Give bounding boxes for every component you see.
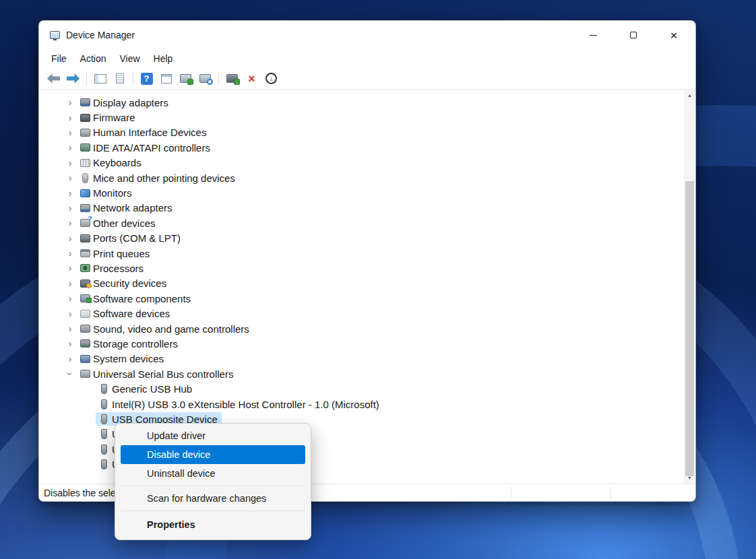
- tree-item[interactable]: ›IDE ATA/ATAPI controllers: [39, 140, 684, 155]
- toolbar-separator: [86, 72, 87, 86]
- uninstall-device-icon: ×: [248, 73, 255, 85]
- scroll-up-icon[interactable]: ▲: [684, 90, 695, 101]
- tree-item[interactable]: ›Ports (COM & LPT): [39, 231, 684, 246]
- context-menu: Update driverDisable deviceUninstall dev…: [115, 423, 311, 540]
- chevron-right-icon[interactable]: ›: [63, 354, 77, 364]
- disable-device-icon: ↓: [265, 73, 277, 84]
- chevron-right-icon[interactable]: ›: [63, 279, 77, 288]
- tree-item-label: Monitors: [93, 187, 132, 199]
- title-bar[interactable]: Device Manager ×: [39, 21, 695, 49]
- tree-item[interactable]: ›Mice and other pointing devices: [39, 170, 684, 185]
- help-button[interactable]: ?: [137, 70, 156, 88]
- status-text: Disables the sele: [44, 488, 116, 498]
- forward-button[interactable]: [64, 70, 82, 88]
- tree-item[interactable]: ›Human Interface Devices: [39, 125, 684, 140]
- tree-item[interactable]: ›Processors: [39, 261, 684, 275]
- chevron-right-icon[interactable]: ›: [63, 143, 77, 152]
- update-driver-button[interactable]: [177, 70, 195, 88]
- tree-item[interactable]: ›Keyboards: [39, 156, 684, 170]
- status-bar-divider: [511, 487, 511, 498]
- chevron-right-icon[interactable]: ›: [63, 158, 77, 168]
- chevron-right-icon[interactable]: ›: [63, 309, 77, 319]
- chevron-right-icon[interactable]: ›: [63, 113, 77, 123]
- tree-item[interactable]: ›Sound, video and game controllers: [39, 321, 684, 336]
- uninstall-device-button[interactable]: ×: [243, 70, 261, 88]
- window-title: Device Manager: [66, 30, 135, 40]
- usb-device-icon: [101, 429, 107, 439]
- chevron-right-icon[interactable]: ›: [63, 263, 77, 273]
- tree-item-label: Processors: [93, 263, 144, 274]
- chevron-right-icon[interactable]: ›: [63, 189, 77, 198]
- tree-item-label: Human Interface Devices: [93, 127, 206, 138]
- context-menu-separator: [121, 486, 305, 486]
- chevron-right-icon[interactable]: ›: [63, 234, 77, 243]
- properties-button[interactable]: [157, 70, 175, 88]
- tree-item-label: Security devices: [93, 277, 166, 289]
- tree-item[interactable]: Intel(R) USB 3.0 eXtensible Host Control…: [39, 397, 684, 412]
- menu-file[interactable]: File: [44, 51, 73, 66]
- context-menu-item-uninstall-device[interactable]: Uninstall device: [115, 464, 311, 483]
- menu-action[interactable]: Action: [73, 51, 113, 66]
- processors-icon: [80, 264, 90, 272]
- add-drivers-button[interactable]: [223, 70, 241, 88]
- context-menu-item-update-driver[interactable]: Update driver: [115, 426, 311, 445]
- chevron-right-icon[interactable]: ›: [63, 324, 77, 333]
- tree-item-label: Display adapters: [93, 97, 168, 108]
- tree-item[interactable]: ›Other devices: [39, 216, 684, 230]
- tree-item-label: Storage controllers: [93, 338, 178, 350]
- chevron-down-icon[interactable]: ›: [65, 367, 75, 381]
- chevron-right-icon[interactable]: ›: [63, 173, 77, 183]
- tree-item-label: Mice and other pointing devices: [93, 172, 235, 184]
- tree-item[interactable]: ›Network adapters: [39, 201, 684, 216]
- chevron-right-icon[interactable]: ›: [63, 203, 77, 213]
- tree-item-label: Keyboards: [93, 157, 141, 168]
- export-list-icon: [116, 73, 124, 84]
- context-menu-item-scan-for-hardware-changes[interactable]: Scan for hardware changes: [115, 489, 311, 508]
- scan-hardware-changes-button[interactable]: [196, 70, 214, 88]
- tree-item[interactable]: ›Firmware: [39, 110, 684, 125]
- context-menu-separator: [121, 511, 305, 511]
- chevron-right-icon[interactable]: ›: [63, 98, 77, 107]
- maximize-button[interactable]: [616, 21, 651, 49]
- tree-item[interactable]: Generic USB Hub: [39, 381, 684, 396]
- tree-item[interactable]: ›System devices: [39, 352, 684, 366]
- tree-item-label: Network adapters: [93, 202, 172, 213]
- context-menu-item-disable-device[interactable]: Disable device: [121, 445, 305, 464]
- properties-icon: [161, 74, 172, 84]
- tree-item[interactable]: ›Universal Serial Bus controllers: [39, 366, 684, 381]
- window-controls: ×: [575, 21, 691, 49]
- export-list-button[interactable]: [111, 70, 129, 88]
- tree-item[interactable]: ›Display adapters: [39, 95, 684, 110]
- chevron-right-icon[interactable]: ›: [63, 249, 77, 258]
- back-button[interactable]: [44, 70, 63, 88]
- system-devices-icon: [80, 355, 90, 363]
- scroll-down-icon[interactable]: ▼: [684, 472, 695, 484]
- tree-item[interactable]: ›Print queues: [39, 246, 684, 261]
- context-menu-item-properties[interactable]: Properties: [115, 514, 311, 535]
- show-console-tree-button[interactable]: [91, 70, 109, 88]
- chevron-right-icon[interactable]: ›: [63, 128, 77, 137]
- ide-icon: [80, 143, 90, 152]
- chevron-right-icon[interactable]: ›: [63, 339, 77, 348]
- scrollbar-thumb[interactable]: [685, 181, 694, 476]
- add-drivers-icon: [226, 74, 238, 83]
- keyboards-icon: [80, 159, 90, 167]
- tree-item[interactable]: ›Storage controllers: [39, 336, 684, 351]
- chevron-right-icon[interactable]: ›: [63, 218, 77, 228]
- tree-item[interactable]: ›Monitors: [39, 185, 684, 200]
- tree-item[interactable]: ›Software devices: [39, 306, 684, 321]
- tree-item[interactable]: ›Software components: [39, 291, 684, 306]
- tree-item[interactable]: ›Security devices: [39, 276, 684, 291]
- chevron-right-icon[interactable]: ›: [63, 294, 77, 303]
- software-devices-icon: [80, 310, 90, 318]
- scrollbar[interactable]: ▲ ▼: [684, 90, 695, 484]
- close-button[interactable]: ×: [656, 21, 691, 49]
- minimize-button[interactable]: [575, 21, 610, 49]
- monitors-icon: [80, 189, 90, 197]
- network-icon: [80, 204, 90, 212]
- back-icon: [46, 73, 61, 84]
- tree-item-label: Universal Serial Bus controllers: [93, 368, 233, 380]
- menu-view[interactable]: View: [113, 51, 146, 66]
- menu-help[interactable]: Help: [147, 51, 180, 66]
- disable-device-button[interactable]: ↓: [262, 70, 280, 88]
